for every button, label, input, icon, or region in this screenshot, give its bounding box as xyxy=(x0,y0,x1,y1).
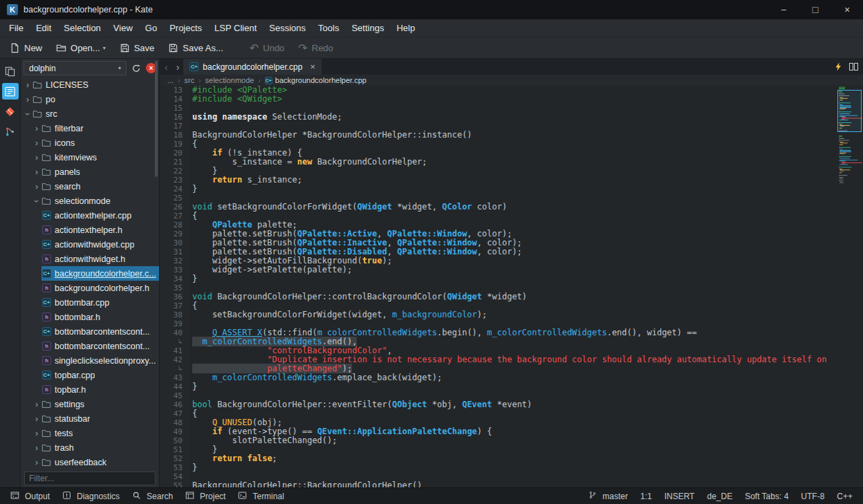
minimize-button[interactable]: − xyxy=(768,0,799,19)
chevron-right-icon[interactable]: › xyxy=(24,95,32,104)
menu-item-selection[interactable]: Selection xyxy=(57,19,106,37)
chevron-right-icon[interactable]: › xyxy=(33,167,41,177)
tree-item-label: bottombar.cpp xyxy=(55,298,109,308)
status-master[interactable]: master xyxy=(582,491,634,501)
minimap-viewport[interactable] xyxy=(837,90,862,132)
tree-item-icons[interactable]: ›icons xyxy=(21,136,159,150)
menu-item-edit[interactable]: Edit xyxy=(30,19,57,37)
chevron-right-icon[interactable]: › xyxy=(33,153,41,162)
breadcrumb-item-selectionmode[interactable]: selectionmode xyxy=(205,76,254,84)
status-c[interactable]: C++ xyxy=(830,492,859,501)
status-insert[interactable]: INSERT xyxy=(658,492,701,501)
tree-item-actionwithwidget-cpp[interactable]: C+actionwithwidget.cpp xyxy=(21,237,159,252)
breadcrumb-item-[interactable]: ... xyxy=(167,76,174,84)
chevron-down-icon[interactable]: › xyxy=(32,197,41,205)
line-number: 49 xyxy=(160,427,189,436)
chevron-right-icon[interactable]: › xyxy=(33,400,41,409)
menu-item-tools[interactable]: Tools xyxy=(312,19,345,37)
undo-button[interactable]: ↶Undo xyxy=(243,40,290,56)
tree-item-actiontexthelper-cpp[interactable]: C+actiontexthelper.cpp xyxy=(21,208,159,223)
tree-item-bottombar-h[interactable]: hbottombar.h xyxy=(21,310,159,324)
status-utf-8[interactable]: UTF-8 xyxy=(795,492,830,501)
chevron-right-icon[interactable]: › xyxy=(33,443,41,453)
filter-input[interactable] xyxy=(24,472,156,485)
tree-item-bottombarcontentscont[interactable]: hbottombarcontentscont... xyxy=(21,339,159,353)
minimap[interactable] xyxy=(837,86,862,300)
maximize-button[interactable]: □ xyxy=(799,0,831,19)
chevron-right-icon[interactable]: › xyxy=(33,124,41,133)
tree-item-backgroundcolorhelper-h[interactable]: hbackgroundcolorhelper.h xyxy=(21,281,159,295)
open-button[interactable]: Open...▾ xyxy=(50,40,112,56)
tree-item-bottombar-cpp[interactable]: C+bottombar.cpp xyxy=(21,295,159,310)
close-button[interactable]: × xyxy=(831,0,863,19)
code-line: 14#include <QWidget> xyxy=(160,95,863,104)
tree-item-topbar-h[interactable]: htopbar.h xyxy=(21,382,159,397)
menu-item-go[interactable]: Go xyxy=(139,19,163,37)
tree-item-selectionmode[interactable]: ›selectionmode xyxy=(21,194,159,208)
tree-item-statusbar[interactable]: ›statusbar xyxy=(21,411,159,426)
chevron-right-icon[interactable]: › xyxy=(24,80,32,90)
tree-item-bottombarcontentscont[interactable]: C+bottombarcontentscont... xyxy=(21,324,159,339)
tree-item-licenses[interactable]: ›LICENSES xyxy=(21,77,159,92)
statusbar-project-button[interactable]: Project xyxy=(179,488,232,504)
tree-item-settings[interactable]: ›settings xyxy=(21,397,159,411)
tree-item-actionwithwidget-h[interactable]: hactionwithwidget.h xyxy=(21,252,159,266)
tree-item-userfeedback[interactable]: ›userfeedback xyxy=(21,455,159,469)
chevron-right-icon[interactable]: › xyxy=(33,414,41,424)
breadcrumb-item-backgroundcolorhelper-cpp[interactable]: C+backgroundcolorhelper.cpp xyxy=(265,76,366,84)
chevron-right-icon[interactable]: › xyxy=(33,138,41,148)
menu-item-lsp-client[interactable]: LSP Client xyxy=(208,19,263,37)
tree-item-trash[interactable]: ›trash xyxy=(21,440,159,455)
chevron-right-icon[interactable]: › xyxy=(33,458,41,467)
statusbar-button-label: Diagnostics xyxy=(77,492,120,501)
tree-item-src[interactable]: ›src xyxy=(21,106,159,121)
nav-back-button[interactable]: ‹ xyxy=(165,62,168,73)
dock-symbols-button[interactable] xyxy=(2,123,19,140)
status-1-1[interactable]: 1:1 xyxy=(634,492,658,501)
tab-close-icon[interactable]: × xyxy=(310,62,315,72)
dock-documents-button[interactable] xyxy=(2,63,19,80)
menu-item-projects[interactable]: Projects xyxy=(163,19,208,37)
statusbar-diagnostics-button[interactable]: Diagnostics xyxy=(56,488,126,504)
statusbar-search-button[interactable]: Search xyxy=(126,488,179,504)
tree-item-actiontexthelper-h[interactable]: hactiontexthelper.h xyxy=(21,223,159,237)
menu-item-view[interactable]: View xyxy=(107,19,139,37)
project-selector[interactable]: dolphin ▾ xyxy=(24,61,127,75)
save-button[interactable]: Save xyxy=(113,40,161,56)
tree-item-filterbar[interactable]: ›filterbar xyxy=(21,121,159,136)
quick-fix-lightning-icon[interactable] xyxy=(834,62,843,71)
statusbar-terminal-button[interactable]: Terminal xyxy=(232,488,290,504)
tree-item-tests[interactable]: ›tests xyxy=(21,426,159,440)
statusbar-output-button[interactable]: Output xyxy=(4,488,56,504)
menu-item-help[interactable]: Help xyxy=(390,19,421,37)
dock-project-button[interactable] xyxy=(2,83,19,100)
status-soft-tabs-4[interactable]: Soft Tabs: 4 xyxy=(739,492,795,501)
save-as-button[interactable]: Save As... xyxy=(162,40,230,56)
code-editor[interactable]: 13#include <QPalette>14#include <QWidget… xyxy=(160,86,863,487)
tree-item-po[interactable]: ›po xyxy=(21,92,159,106)
status-de-de[interactable]: de_DE xyxy=(700,492,739,501)
tree-item-panels[interactable]: ›panels xyxy=(21,165,159,179)
redo-button[interactable]: ↷Redo xyxy=(292,40,339,56)
menu-item-file[interactable]: File xyxy=(3,19,30,37)
tab-backgroundcolorhelper[interactable]: C+ backgroundcolorhelper.cpp × xyxy=(183,59,322,75)
tree-item-singleclickselectionproxy[interactable]: hsingleclickselectionproxy... xyxy=(21,353,159,368)
menu-item-sessions[interactable]: Sessions xyxy=(263,19,312,37)
tree-scrollbar[interactable] xyxy=(155,61,158,177)
split-view-icon[interactable] xyxy=(849,62,858,71)
nav-forward-button[interactable]: › xyxy=(176,62,180,73)
chevron-right-icon[interactable]: › xyxy=(33,429,41,438)
tree-item-topbar-cpp[interactable]: C+topbar.cpp xyxy=(21,368,159,382)
tree-item-backgroundcolorhelper-c[interactable]: C+backgroundcolorhelper.c... xyxy=(21,266,159,281)
refresh-project-button[interactable] xyxy=(129,62,143,75)
new-button[interactable]: New xyxy=(3,40,48,56)
main-toolbar: NewOpen...▾SaveSave As...↶Undo↷Redo xyxy=(0,37,863,59)
dock-git-button[interactable] xyxy=(2,103,19,120)
chevron-down-icon[interactable]: › xyxy=(23,110,33,118)
breadcrumb-item-src[interactable]: src xyxy=(185,76,195,84)
chevron-right-icon[interactable]: › xyxy=(33,182,41,192)
tree-item-search[interactable]: ›search xyxy=(21,179,159,194)
menu-item-settings[interactable]: Settings xyxy=(345,19,390,37)
line-number: 28 xyxy=(160,221,189,230)
tree-item-kitemviews[interactable]: ›kitemviews xyxy=(21,150,159,165)
